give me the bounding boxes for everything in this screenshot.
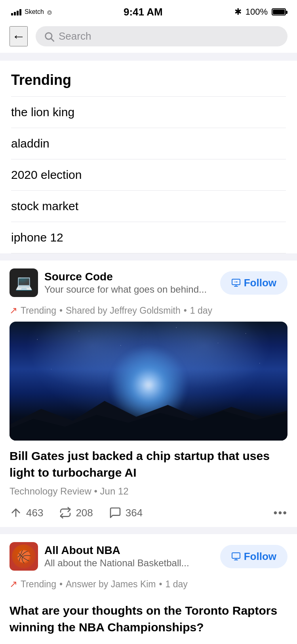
channel-info-nba: All About NBA All about the National Bas… bbox=[44, 544, 214, 569]
carrier-label: Sketch bbox=[25, 8, 44, 15]
meta-dot-nba: • bbox=[59, 579, 63, 590]
card-header: 💻 Source Code Your source for what goes … bbox=[0, 261, 297, 305]
repost-button[interactable]: 208 bbox=[59, 506, 93, 519]
channel-desc-nba: All about the National Basketball... bbox=[44, 558, 214, 569]
comment-count: 364 bbox=[126, 507, 143, 519]
article-source: Technology Review • Jun 12 bbox=[0, 483, 297, 502]
search-placeholder: Search bbox=[59, 30, 91, 42]
meta-trending-nba: Trending bbox=[21, 579, 56, 590]
signal-bars-icon bbox=[11, 8, 21, 15]
svg-line-1 bbox=[51, 38, 53, 41]
repost-icon bbox=[59, 506, 72, 519]
battery-icon bbox=[272, 8, 286, 15]
battery-percent-label: 100% bbox=[246, 7, 268, 17]
channel-info: Source Code Your source for what goes on… bbox=[44, 270, 214, 295]
meta-time: 1 day bbox=[190, 305, 212, 316]
meta-shared: Shared by Jeffrey Goldsmith bbox=[66, 305, 181, 316]
meta-dot2: • bbox=[184, 305, 187, 316]
follow-label-nba: Follow bbox=[244, 550, 276, 563]
list-item[interactable]: 2020 election bbox=[11, 159, 286, 190]
follow-label: Follow bbox=[244, 277, 276, 289]
galaxy-visual bbox=[10, 322, 287, 441]
article-image bbox=[10, 322, 287, 441]
comment-icon bbox=[109, 506, 122, 519]
repost-count: 208 bbox=[76, 507, 93, 519]
channel-desc: Your source for what goes on behind... bbox=[44, 284, 214, 295]
comment-button[interactable]: 364 bbox=[109, 506, 143, 519]
mountains-icon bbox=[10, 393, 287, 441]
source-name: Technology Review bbox=[10, 486, 91, 496]
time-label: 9:41 AM bbox=[124, 6, 163, 18]
list-item[interactable]: iphone 12 bbox=[11, 222, 286, 253]
back-button[interactable]: ← bbox=[10, 26, 28, 46]
list-item[interactable]: stock market bbox=[11, 190, 286, 222]
trending-arrow-icon: ↗ bbox=[10, 305, 17, 316]
more-button[interactable]: ••• bbox=[274, 506, 287, 519]
status-right: ✱ 100% bbox=[234, 7, 286, 17]
card-nba: 🏀 All About NBA All about the National B… bbox=[0, 534, 297, 644]
follow-icon bbox=[231, 278, 241, 288]
trending-section: Trending the lion king aladdin 2020 elec… bbox=[0, 61, 297, 253]
trending-title: Trending bbox=[11, 72, 286, 88]
upvote-button[interactable]: 463 bbox=[10, 506, 43, 519]
laptop-icon: 💻 bbox=[15, 274, 33, 291]
card-source-code: 💻 Source Code Your source for what goes … bbox=[0, 261, 297, 527]
list-item[interactable]: the lion king bbox=[11, 96, 286, 128]
article-title-nba: What are your thoughts on the Toronto Ra… bbox=[0, 595, 297, 638]
svg-rect-9 bbox=[232, 553, 240, 558]
card-header-nba: 🏀 All About NBA All about the National B… bbox=[0, 534, 297, 579]
follow-icon-nba bbox=[231, 552, 241, 561]
upvote-icon bbox=[10, 506, 22, 519]
channel-name: Source Code bbox=[44, 270, 214, 283]
meta-shared-nba: Answer by James Kim bbox=[66, 579, 156, 590]
trending-meta-nba: ↗ Trending • Answer by James Kim • 1 day bbox=[0, 579, 297, 595]
status-bar: Sketch ⌾ 9:41 AM ✱ 100% bbox=[0, 0, 297, 21]
avatar-nba: 🏀 bbox=[10, 542, 38, 571]
trending-arrow-icon-nba: ↗ bbox=[10, 579, 17, 590]
upvote-count: 463 bbox=[26, 507, 43, 519]
list-item[interactable]: aladdin bbox=[11, 128, 286, 159]
source-dot: • bbox=[94, 486, 100, 496]
bluetooth-icon: ✱ bbox=[234, 7, 242, 17]
meta-dot2-nba: • bbox=[159, 579, 162, 590]
channel-name-nba: All About NBA bbox=[44, 544, 214, 557]
basketball-icon: 🏀 bbox=[12, 544, 36, 568]
wifi-icon: ⌾ bbox=[47, 8, 52, 17]
search-bar-container: ← Search bbox=[0, 21, 297, 53]
follow-button-nba[interactable]: Follow bbox=[220, 545, 287, 568]
meta-trending: Trending bbox=[21, 305, 56, 316]
article-date: Jun 12 bbox=[100, 486, 129, 496]
search-icon bbox=[44, 31, 55, 42]
article-title: Bill Gates just backed a chip startup th… bbox=[0, 441, 297, 483]
trending-meta: ↗ Trending • Shared by Jeffrey Goldsmith… bbox=[0, 305, 297, 322]
search-input-wrap[interactable]: Search bbox=[36, 26, 287, 46]
avatar: 💻 bbox=[10, 268, 38, 297]
meta-dot: • bbox=[59, 305, 63, 316]
follow-button[interactable]: Follow bbox=[220, 271, 287, 295]
meta-time-nba: 1 day bbox=[166, 579, 188, 590]
article-actions: 463 208 364 ••• bbox=[0, 502, 297, 519]
status-left: Sketch ⌾ bbox=[11, 8, 52, 17]
